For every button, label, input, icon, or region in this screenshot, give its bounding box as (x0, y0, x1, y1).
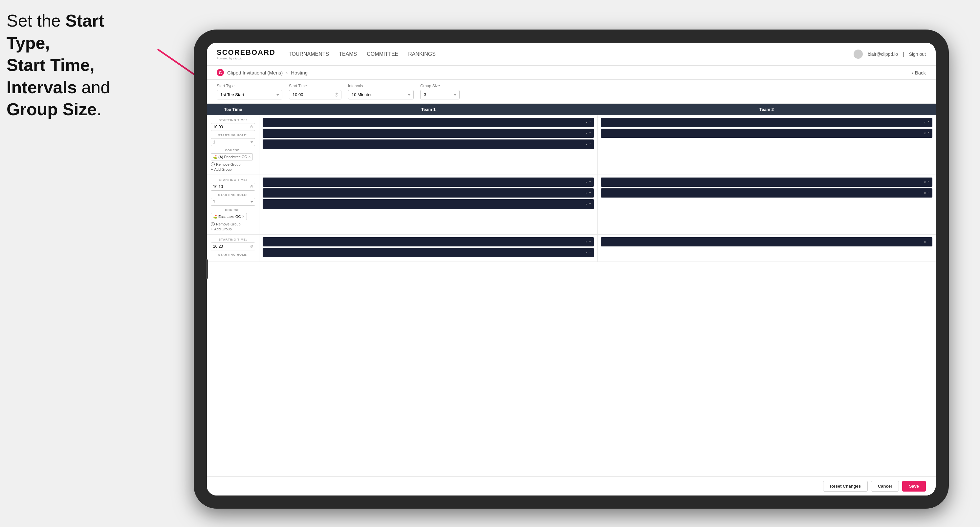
cancel-button[interactable]: Cancel (871, 481, 899, 492)
player-remove-btn[interactable]: × (924, 240, 926, 244)
breadcrumb-bar: C Clippd Invitational (Mens) › Hosting B… (207, 66, 935, 80)
player-bar (603, 239, 922, 244)
add-group-link-2[interactable]: + Add Group (211, 227, 255, 231)
save-button[interactable]: Save (902, 481, 926, 492)
intervals-label: Intervals (348, 84, 414, 88)
start-time-input[interactable] (289, 90, 342, 99)
empty-expand-btn[interactable]: ⌃ (589, 202, 591, 206)
starting-time-input-2[interactable] (211, 183, 255, 190)
player-remove-btn[interactable]: × (585, 132, 587, 135)
logo: SCOREBOARD Powered by clipp.io (217, 48, 275, 60)
nav-tournaments[interactable]: TOURNAMENTS (289, 49, 329, 60)
starting-time-wrap-3: ⏱ (211, 243, 255, 250)
starting-time-input-3[interactable] (211, 243, 255, 250)
player-remove-btn[interactable]: × (924, 132, 926, 135)
player-remove-btn[interactable]: × (585, 240, 587, 244)
player-controls: × ⌃ (585, 181, 591, 184)
nav-committee[interactable]: COMMITTEE (367, 49, 398, 60)
player-expand-btn[interactable]: ⌃ (589, 191, 591, 195)
logo-title: SCOREBOARD (217, 48, 275, 57)
empty-expand-btn[interactable]: ⌃ (589, 143, 591, 146)
breadcrumb-tournament[interactable]: Clippd Invitational (Mens) (227, 70, 283, 75)
clock-icon-2: ⏱ (250, 185, 253, 189)
player-controls: × ⌃ (585, 251, 591, 255)
tablet-side-button (206, 259, 208, 279)
instruction-bold4: Group Size (6, 100, 97, 119)
group-size-select[interactable]: 2 3 4 (420, 90, 460, 99)
reset-changes-button[interactable]: Reset Changes (823, 481, 868, 492)
player-remove-btn[interactable]: × (924, 181, 926, 184)
group-size-label: Group Size (420, 84, 460, 88)
empty-remove-btn[interactable]: × (585, 143, 587, 146)
player-remove-btn[interactable]: × (924, 121, 926, 124)
golf-icon-1: ⛳ (213, 155, 217, 159)
course-name-2: East Lake GC (218, 214, 241, 219)
nav-rankings[interactable]: RANKINGS (408, 49, 436, 60)
player-expand-btn[interactable]: ⌃ (927, 132, 930, 135)
player-empty-row: × ⌃ (262, 199, 594, 209)
player-expand-btn[interactable]: ⌃ (589, 181, 591, 184)
player-empty-row: × ⌃ (262, 140, 594, 149)
nav-links: TOURNAMENTS TEAMS COMMITTEE RANKINGS (289, 49, 854, 60)
player-controls: × ⌃ (924, 181, 930, 184)
empty-remove-btn[interactable]: × (585, 202, 587, 206)
player-remove-btn[interactable]: × (585, 251, 587, 255)
group-actions-2: ○ Remove Group + Add Group (211, 222, 255, 231)
course-remove-1[interactable]: × (248, 154, 250, 159)
player-row: × ⌃ (262, 188, 594, 198)
add-group-text-1: Add Group (214, 167, 231, 171)
player-remove-btn[interactable]: × (924, 191, 926, 195)
add-group-link-1[interactable]: + Add Group (211, 167, 255, 171)
player-bar (265, 190, 584, 195)
player-bar (265, 120, 584, 125)
player-expand-btn[interactable]: ⌃ (927, 240, 930, 244)
starting-time-input-1[interactable] (211, 123, 255, 131)
controls-bar: Start Type 1st Tee Start Shotgun Start S… (207, 80, 935, 104)
remove-group-link-2[interactable]: ○ Remove Group (211, 222, 255, 226)
footer-bar: Reset Changes Cancel Save (207, 476, 935, 495)
player-row: × ⌃ (601, 188, 932, 198)
player-expand-btn[interactable]: ⌃ (589, 121, 591, 124)
col-team2: Team 2 (598, 104, 935, 115)
instruction-text: Set the Start Type, Start Time, Interval… (6, 10, 145, 121)
user-email: blair@clippd.io (868, 51, 898, 57)
player-remove-btn[interactable]: × (585, 191, 587, 195)
sign-out-link[interactable]: Sign out (909, 51, 926, 57)
starting-hole-select-1[interactable]: 1210 (211, 138, 255, 146)
start-type-select[interactable]: 1st Tee Start Shotgun Start (217, 90, 282, 99)
course-label-2: COURSE: (211, 208, 255, 212)
player-remove-btn[interactable]: × (585, 121, 587, 124)
clock-icon-3: ⏱ (250, 244, 253, 248)
start-type-label: Start Type (217, 84, 282, 88)
start-type-group: Start Type 1st Tee Start Shotgun Start (217, 84, 282, 99)
intervals-group: Intervals 5 Minutes 10 Minutes 15 Minute… (348, 84, 414, 99)
nav-teams[interactable]: TEAMS (339, 49, 357, 60)
player-controls: × ⌃ (924, 121, 930, 124)
player-expand-btn[interactable]: ⌃ (589, 132, 591, 135)
course-remove-2[interactable]: × (242, 214, 244, 219)
starting-hole-label-3: STARTING HOLE: (211, 253, 255, 256)
player-remove-btn[interactable]: × (585, 181, 587, 184)
col-team1: Team 1 (259, 104, 598, 115)
starting-hole-select-2[interactable]: 1210 (211, 198, 255, 206)
intervals-select[interactable]: 5 Minutes 10 Minutes 15 Minutes (348, 90, 414, 99)
group-3-side: STARTING TIME: ⏱ STARTING HOLE: (207, 235, 259, 262)
starting-time-label-3: STARTING TIME: (211, 238, 255, 241)
player-expand-btn[interactable]: ⌃ (589, 251, 591, 255)
player-expand-btn[interactable]: ⌃ (927, 121, 930, 124)
start-time-wrap: ⏱ (289, 90, 342, 99)
player-expand-btn[interactable]: ⌃ (927, 181, 930, 184)
back-button[interactable]: Back (912, 70, 926, 75)
group-3-team1: × ⌃ × ⌃ (259, 235, 598, 262)
player-bar (265, 179, 584, 185)
player-row: × ⌃ (601, 178, 932, 187)
table-row: STARTING TIME: ⏱ STARTING HOLE: 1210 COU… (207, 175, 935, 235)
user-avatar (854, 49, 863, 59)
player-expand-btn[interactable]: ⌃ (927, 191, 930, 195)
player-expand-btn[interactable]: ⌃ (589, 240, 591, 244)
remove-group-link-1[interactable]: ○ Remove Group (211, 162, 255, 167)
player-controls: × ⌃ (924, 191, 930, 195)
player-row: × ⌃ (601, 129, 932, 138)
player-row: × ⌃ (262, 237, 594, 246)
starting-hole-label-2: STARTING HOLE: (211, 193, 255, 197)
